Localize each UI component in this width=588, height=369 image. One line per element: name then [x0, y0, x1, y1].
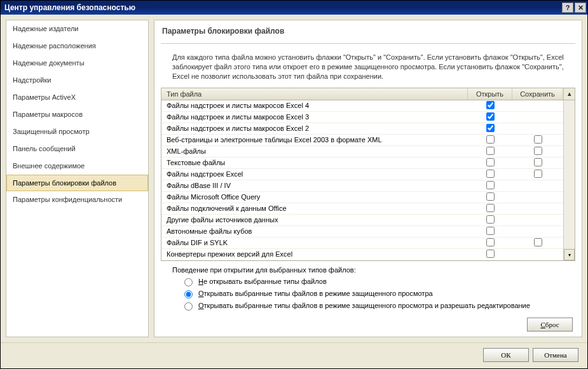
table-row: Другие файлы источников данных: [161, 215, 563, 226]
open-checkbox[interactable]: [486, 238, 495, 246]
open-cell: [468, 204, 512, 213]
column-header-open[interactable]: Открыть: [468, 88, 512, 100]
behavior-radio[interactable]: [184, 302, 193, 311]
sidebar-item[interactable]: Панель сообщений: [6, 140, 148, 158]
sidebar-item[interactable]: Надежные документы: [6, 55, 148, 72]
sidebar-item[interactable]: Параметры ActiveX: [6, 89, 148, 106]
open-checkbox[interactable]: [486, 250, 495, 258]
open-checkbox[interactable]: [486, 192, 495, 201]
behavior-label[interactable]: Не открывать выбранные типы файлов: [198, 278, 327, 285]
scroll-up-header[interactable]: ▴: [563, 88, 575, 100]
sidebar-item[interactable]: Параметры конфиденциальности: [6, 191, 148, 208]
open-cell: [468, 147, 512, 156]
close-icon: ✕: [578, 4, 584, 12]
save-checkbox[interactable]: [534, 158, 542, 166]
sidebar-item[interactable]: Внешнее содержимое: [6, 158, 148, 175]
sidebar-item[interactable]: Надежные издатели: [6, 20, 148, 37]
open-cell: [468, 101, 512, 111]
file-type-name: Файлы Microsoft Office Query: [161, 193, 468, 201]
open-cell: [468, 170, 512, 179]
save-checkbox[interactable]: [534, 147, 542, 155]
open-cell: [468, 238, 512, 248]
sidebar-item[interactable]: Параметры макросов: [6, 106, 148, 123]
table-header: Тип файла Открыть Сохранить ▴: [161, 88, 575, 100]
scrollbar[interactable]: ▾: [563, 100, 575, 260]
file-type-name: XML-файлы: [161, 147, 468, 155]
save-cell: [512, 158, 563, 168]
file-type-name: Файлы надстроек и листы макросов Excel 2: [161, 124, 468, 132]
file-type-name: Другие файлы источников данных: [161, 216, 468, 224]
dialog-footer: ОК Отмена: [1, 342, 587, 368]
sidebar-item[interactable]: Надстройки: [6, 72, 148, 89]
file-type-name: Конвертеры прежних версий для Excel: [161, 250, 468, 258]
behavior-option: Не открывать выбранные типы файлов: [181, 276, 573, 286]
table-row: Автономные файлы кубов: [161, 226, 563, 238]
open-checkbox[interactable]: [486, 147, 495, 155]
table-row: Файлы подключений к данным Office: [161, 203, 563, 215]
content-area: Надежные издателиНадежные расположенияНа…: [1, 15, 587, 342]
scroll-thumb[interactable]: [564, 100, 575, 249]
save-cell: [512, 170, 563, 179]
behavior-title: Поведение при открытии для выбранных тип…: [172, 266, 573, 274]
behavior-option: Открывать выбранные типы файлов в режиме…: [181, 300, 573, 311]
behavior-label[interactable]: Открывать выбранные типы файлов в режиме…: [198, 302, 530, 309]
file-types-table: Тип файла Открыть Сохранить ▴ Файлы надс…: [161, 88, 575, 261]
save-cell: [512, 147, 563, 156]
save-checkbox[interactable]: [534, 238, 542, 246]
help-icon: ?: [566, 4, 570, 11]
table-row: Файлы Microsoft Office Query: [161, 192, 563, 203]
table-row: Текстовые файлы: [161, 158, 563, 169]
open-checkbox[interactable]: [486, 135, 495, 144]
open-checkbox[interactable]: [486, 112, 495, 121]
save-checkbox[interactable]: [534, 135, 542, 144]
window-title: Центр управления безопасностью: [4, 3, 135, 12]
help-button[interactable]: ?: [562, 3, 573, 13]
open-checkbox[interactable]: [486, 181, 495, 189]
scroll-down-button[interactable]: ▾: [564, 249, 575, 260]
table-row: Файлы dBase III / IV: [161, 180, 563, 192]
open-checkbox[interactable]: [486, 170, 495, 178]
file-type-name: Файлы DIF и SYLK: [161, 239, 468, 246]
cancel-button[interactable]: Отмена: [533, 348, 578, 362]
behavior-radio[interactable]: [184, 290, 193, 299]
behavior-radio[interactable]: [184, 278, 193, 286]
open-checkbox[interactable]: [486, 101, 495, 109]
save-checkbox[interactable]: [534, 170, 542, 178]
column-header-type[interactable]: Тип файла: [161, 88, 468, 100]
table-body: Файлы надстроек и листы макросов Excel 4…: [161, 100, 575, 260]
file-type-name: Файлы надстроек Excel: [161, 170, 468, 178]
close-button[interactable]: ✕: [575, 3, 586, 13]
file-type-name: Текстовые файлы: [161, 159, 468, 166]
table-row: Файлы надстроек Excel: [161, 169, 563, 180]
file-type-name: Файлы надстроек и листы макросов Excel 3: [161, 113, 468, 121]
open-checkbox[interactable]: [486, 215, 495, 224]
open-cell: [468, 250, 512, 259]
behavior-section: Поведение при открытии для выбранных тип…: [161, 261, 575, 315]
open-cell: [468, 112, 512, 122]
table-row: Файлы DIF и SYLK: [161, 238, 563, 249]
open-checkbox[interactable]: [486, 227, 495, 235]
file-type-name: Веб-страницы и электронные таблицы Excel…: [161, 136, 468, 144]
main-panel: Параметры блокировки файлов Для каждого …: [154, 20, 582, 337]
column-header-save[interactable]: Сохранить: [512, 88, 563, 100]
table-row: XML-файлы: [161, 146, 563, 158]
sidebar-item[interactable]: Защищенный просмотр: [6, 123, 148, 140]
behavior-option: Открывать выбранные типы файлов в режиме…: [181, 288, 573, 299]
table-row: Файлы надстроек и листы макросов Excel 3: [161, 112, 563, 123]
save-cell: [512, 135, 563, 145]
table-row: Файлы надстроек и листы макросов Excel 4: [161, 100, 563, 112]
behavior-label[interactable]: Открывать выбранные типы файлов в режиме…: [198, 290, 433, 297]
open-checkbox[interactable]: [486, 158, 495, 166]
file-type-name: Файлы надстроек и листы макросов Excel 4: [161, 102, 468, 109]
table-row: Файлы надстроек и листы макросов Excel 2: [161, 123, 563, 135]
sidebar: Надежные издателиНадежные расположенияНа…: [6, 20, 149, 337]
dialog-window: Центр управления безопасностью ? ✕ Надеж…: [0, 0, 588, 369]
save-cell: [512, 238, 563, 248]
open-checkbox[interactable]: [486, 204, 495, 212]
open-checkbox[interactable]: [486, 124, 495, 132]
file-type-name: Файлы подключений к данным Office: [161, 205, 468, 212]
ok-button[interactable]: ОК: [483, 348, 529, 362]
sidebar-item[interactable]: Параметры блокировки файлов: [6, 175, 148, 191]
reset-button[interactable]: Сброс: [527, 318, 573, 332]
sidebar-item[interactable]: Надежные расположения: [6, 37, 148, 55]
